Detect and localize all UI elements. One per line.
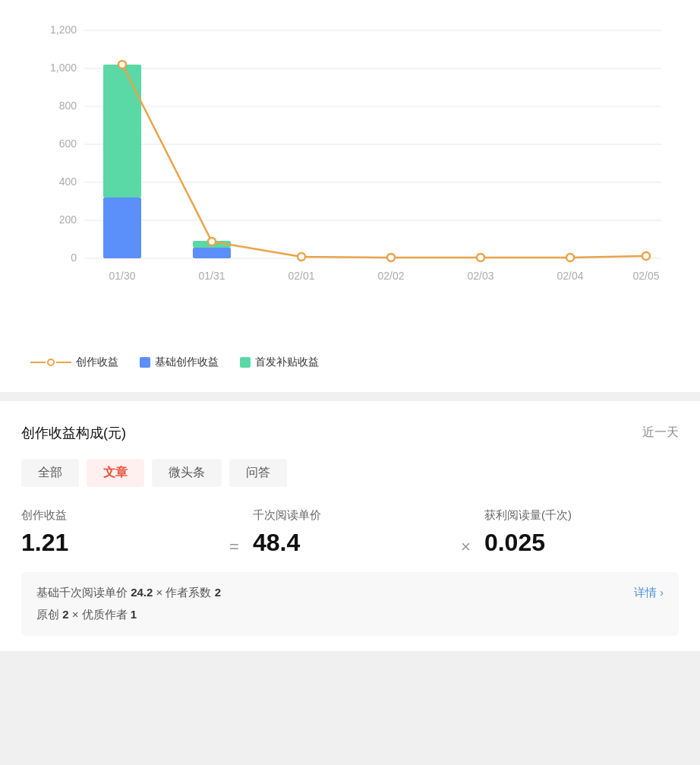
section-title: 创作收益构成(元) (21, 422, 126, 442)
chart-area: 1,200 1,000 800 600 400 200 0 (23, 15, 677, 342)
detail-row-1: 基础千次阅读单价 24.2 × 作者系数 2 详情 › (36, 586, 664, 600)
mul-operator: × (447, 508, 484, 557)
legend-teal-label: 首发补贴收益 (255, 356, 319, 369)
detail-author-coeff-label: 作者系数 (166, 586, 211, 599)
legend-teal-item: 首发补贴收益 (240, 356, 319, 369)
metric-income: 创作收益 1.21 (21, 508, 216, 557)
detail-row-1-text: 基础千次阅读单价 24.2 × 作者系数 2 (36, 586, 221, 600)
chart-svg: 1,200 1,000 800 600 400 200 0 (23, 15, 677, 296)
chart-legend: 创作收益 基础创作收益 首发补贴收益 (23, 356, 677, 369)
detail-box: 基础千次阅读单价 24.2 × 作者系数 2 详情 › 原创 2 × 优质作者 … (21, 572, 679, 636)
chart-section: 1,200 1,000 800 600 400 200 0 (0, 0, 700, 392)
detail-quality-value: 1 (131, 608, 137, 621)
svg-text:0: 0 (71, 251, 77, 264)
reads-label: 获利阅读量(千次) (484, 508, 679, 523)
tab-article[interactable]: 文章 (87, 459, 144, 487)
tab-wenda[interactable]: 问答 (229, 459, 287, 487)
reads-value: 0.025 (484, 529, 679, 557)
legend-blue-icon (140, 357, 150, 368)
svg-text:400: 400 (59, 175, 77, 188)
metric-reads: 获利阅读量(千次) 0.025 (484, 508, 679, 557)
detail-quality-label: 优质作者 (82, 608, 128, 621)
legend-line-icon (30, 359, 71, 366)
svg-rect-14 (103, 198, 141, 258)
detail-base-price-label: 基础千次阅读单价 (36, 586, 128, 599)
legend-teal-icon (240, 357, 251, 368)
svg-point-23 (566, 254, 574, 261)
detail-link[interactable]: 详情 › (634, 586, 664, 600)
svg-text:02/03: 02/03 (467, 270, 493, 282)
svg-text:01/31: 01/31 (198, 270, 225, 282)
metrics-row: 创作收益 1.21 = 千次阅读单价 48.4 × 获利阅读量(千次) 0.02… (21, 508, 679, 557)
time-label: 近一天 (642, 425, 679, 441)
svg-text:800: 800 (59, 100, 77, 112)
svg-rect-16 (193, 248, 231, 258)
tabs-row: 全部 文章 微头条 问答 (21, 459, 679, 487)
legend-blue-label: 基础创作收益 (155, 356, 219, 369)
tab-all[interactable]: 全部 (21, 459, 79, 487)
section-title-unit: (元) (103, 425, 126, 441)
price-value: 48.4 (253, 529, 447, 557)
legend-line-item: 创作收益 (30, 356, 118, 369)
detail-original-value: 2 (62, 608, 72, 621)
legend-blue-item: 基础创作收益 (140, 356, 219, 369)
section-header: 创作收益构成(元) 近一天 (21, 422, 679, 442)
svg-text:01/30: 01/30 (109, 270, 135, 282)
svg-point-19 (208, 238, 216, 245)
svg-point-24 (642, 252, 650, 260)
svg-text:02/01: 02/01 (288, 270, 314, 282)
svg-text:02/02: 02/02 (377, 270, 404, 282)
svg-text:200: 200 (59, 213, 77, 226)
detail-base-price-value: 24.2 (131, 586, 156, 599)
svg-text:600: 600 (59, 138, 77, 150)
svg-point-20 (298, 253, 305, 261)
price-label: 千次阅读单价 (253, 508, 447, 523)
income-label: 创作收益 (21, 508, 216, 523)
tab-weitu[interactable]: 微头条 (152, 459, 222, 487)
eq-operator: = (216, 508, 253, 557)
legend-line-label: 创作收益 (76, 356, 118, 369)
svg-point-21 (387, 254, 395, 261)
detail-row-1-op: × (156, 586, 163, 599)
svg-rect-15 (103, 65, 141, 198)
income-value: 1.21 (21, 529, 216, 557)
svg-text:1,200: 1,200 (50, 24, 77, 36)
detail-original-label: 原创 (36, 608, 59, 621)
metric-price: 千次阅读单价 48.4 (253, 508, 447, 557)
svg-text:02/05: 02/05 (632, 270, 659, 282)
svg-point-22 (477, 254, 484, 261)
detail-author-coeff-value: 2 (215, 586, 221, 599)
section-title-text: 创作收益构成 (21, 425, 103, 441)
detail-row-2: 原创 2 × 优质作者 1 (36, 608, 664, 622)
bottom-section: 创作收益构成(元) 近一天 全部 文章 微头条 问答 创作收益 1.21 = 千… (0, 401, 700, 651)
detail-row-2-text: 原创 2 × 优质作者 1 (36, 608, 137, 622)
detail-row-2-op: × (72, 608, 79, 621)
svg-text:1,000: 1,000 (50, 62, 77, 74)
svg-text:02/04: 02/04 (557, 270, 583, 282)
svg-point-18 (118, 61, 126, 68)
